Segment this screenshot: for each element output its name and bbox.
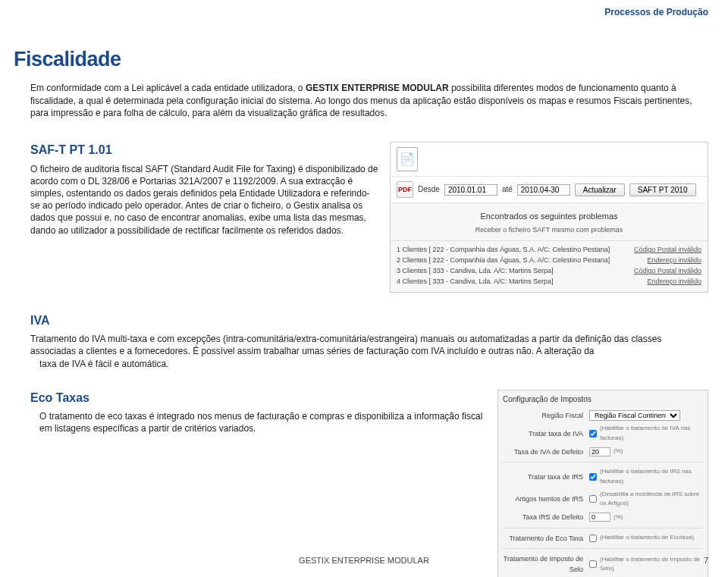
- actualizar-button[interactable]: Actualizar: [575, 183, 625, 196]
- iva-heading: IVA: [30, 312, 708, 329]
- iva-checkbox[interactable]: [589, 430, 597, 437]
- saft-body: O ficheiro de auditoria fiscal SAFT (Sta…: [30, 163, 379, 237]
- problem-row: 4 Clientes [ 333 - Candiva, Lda. A/C: Ma…: [397, 276, 701, 287]
- iva-default-input[interactable]: [589, 447, 610, 456]
- irs-art-label: Artigos Isentos de IRS: [503, 494, 586, 504]
- regiao-select[interactable]: Região Fiscal Continente: [589, 410, 680, 421]
- breadcrumb: Processos de Produção: [604, 6, 708, 18]
- irs-hint: (Habilitar o tratamento de IRS nas factu…: [600, 467, 703, 487]
- saft-export-button[interactable]: SAFT PT 2010: [629, 183, 696, 196]
- page-number: 7: [704, 555, 708, 566]
- eco-body: O tratamento de eco taxas é integrado no…: [39, 410, 484, 434]
- saft-heading: SAF-T PT 1.01: [30, 142, 379, 158]
- irs-art-hint: (Desabilita a incidência de IRS sobre os…: [600, 490, 703, 510]
- pdf-icon: PDF: [397, 181, 413, 198]
- iva-hint: (Habilitar o tratamento de IVA nas factu…: [600, 424, 703, 444]
- pct-label-1: (%): [613, 447, 623, 456]
- problem-row: 3 Clientes [ 333 - Candiva, Lda. A/C: Ma…: [397, 265, 701, 276]
- irs-treat-label: Tratar taxa de IRS: [503, 472, 586, 482]
- eco-hint: (Habilitar o tratamento de Ecotaxa): [600, 533, 694, 543]
- iva-treat-label: Tratar taxa de IVA: [503, 428, 586, 439]
- date-to-input[interactable]: [517, 184, 570, 196]
- date-from-input[interactable]: [444, 184, 497, 196]
- intro-paragraph: Em conformidade com a Lei aplicável a ca…: [30, 82, 708, 119]
- pct-label-2: (%): [613, 513, 623, 522]
- irs-default-label: Taxa IRS de Defeito: [503, 512, 586, 522]
- config-title: Configuração de Impostos: [503, 394, 703, 406]
- irs-default-input[interactable]: [589, 513, 610, 522]
- irs-art-checkbox[interactable]: [589, 495, 597, 503]
- iva-default-label: Taxa de IVA de Defeito: [503, 447, 586, 457]
- page-title: Fiscalidade: [14, 45, 708, 73]
- tax-config-panel: Configuração de Impostos Região Fiscal R…: [497, 390, 708, 577]
- eco-heading: Eco Taxas: [30, 390, 484, 406]
- file-icon: 📄: [397, 147, 418, 171]
- saft-receive-msg: Receber o ficheiro SAFT mesmo com proble…: [391, 225, 708, 241]
- eco-treat-label: Tratamento de Eco Taxa: [503, 533, 586, 544]
- saft-found-msg: Encontrados os seguintes problemas: [391, 203, 708, 225]
- iva-body-1: Tratamento do IVA multi-taxa e com excep…: [30, 333, 708, 357]
- footer-product: GESTIX ENTERPRISE MODULAR: [299, 555, 429, 566]
- problem-row: 2 Clientes [ 222 - Companhia das Águas, …: [397, 255, 701, 265]
- label-ate: até: [502, 184, 513, 195]
- iva-body-2: taxa de IVA é fácil e automática.: [39, 358, 708, 370]
- problem-row: 1 Clientes [ 222 - Companhia das Águas, …: [397, 244, 701, 255]
- eco-checkbox[interactable]: [589, 535, 597, 542]
- saft-screenshot-panel: 📄 PDF Desde até Actualizar SAFT PT 2010 …: [390, 142, 708, 293]
- label-desde: Desde: [418, 184, 440, 195]
- regiao-label: Região Fiscal: [503, 410, 586, 421]
- irs-checkbox[interactable]: [589, 473, 597, 481]
- saft-problem-list: 1 Clientes [ 222 - Companhia das Águas, …: [391, 241, 708, 292]
